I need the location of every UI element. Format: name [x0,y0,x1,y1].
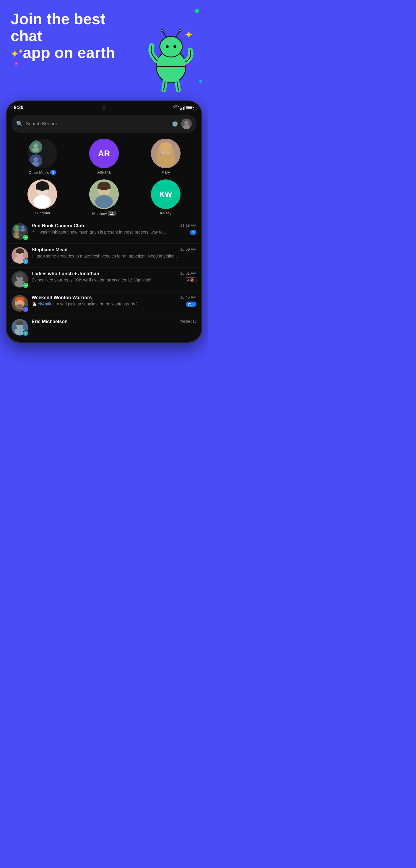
pinned-mary[interactable]: Mary [135,138,196,175]
svg-rect-45 [97,186,110,189]
pinned-adriana[interactable]: AR Adriana [73,138,135,175]
ladies-lunch-header: Ladies who Lunch + Jonathan 10:51 AM [32,271,196,276]
svg-point-38 [33,195,51,208]
ladies-lunch-preview: Esther liked your reply, "OK we'll cya t… [32,277,183,283]
mary-label: Mary [161,170,170,175]
svg-point-4 [161,29,163,32]
front-camera [102,105,106,110]
wifi-icon [173,105,179,110]
adriana-initials: AR [98,149,110,158]
red-hook-preview-text: I was think about how much grain is pres… [37,230,166,235]
wonton-time: 10:45 AM [180,295,196,300]
red-hook-name: Red Hook Camera Club [32,223,84,228]
svg-point-43 [95,195,113,208]
chat-item-eric[interactable]: i Eric Michaelson Yesterday [7,315,201,339]
ladies-lunch-time: 10:51 AM [180,271,196,276]
stephanie-preview: I'll grab some groceries to make fresh v… [32,254,178,258]
pinned-matthew[interactable]: Matthew 11 [73,180,135,216]
ladies-lunch-platform-icon: W [23,282,29,288]
kelsey-initials: KW [159,190,172,199]
red-hook-preview: ⟳ I was think about how much grain is pr… [32,229,188,235]
svg-rect-64 [16,251,24,253]
wonton-header: Weekend Wonton Warriors 10:45 AM [32,295,196,300]
search-placeholder: Search Beeper [26,121,169,127]
other-music-badge: 8 [50,170,56,175]
pinned-kelsey[interactable]: KW Kelsey [135,180,196,216]
eric-name: Eric Michaelson [32,319,68,324]
red-hook-content: Red Hook Camera Club 11:18 AM ⟳ I was th… [32,223,196,235]
other-music-avatar [28,138,57,168]
eric-header: Eric Michaelson Yesterday [32,319,196,324]
svg-point-52 [21,229,25,232]
hero-title-line2: app on earth [23,44,115,61]
stephanie-header: Stephanie Mead 10:59 AM [32,247,196,252]
adriana-avatar: AR [89,138,119,168]
stephanie-time: 10:59 AM [180,247,196,252]
settings-icon[interactable]: ⚙️ [172,121,178,127]
svg-point-7 [166,45,169,48]
status-time: 9:30 [14,105,23,110]
red-hook-header: Red Hook Camera Club 11:18 AM [32,223,196,228]
signal-icon [180,105,185,110]
wonton-content: Weekend Wonton Warriors 10:45 AM 🐔 @Aati… [32,295,196,307]
chat-item-stephanie[interactable]: ✈ Stephanie Mead 10:59 AM I'll grab some… [7,244,201,268]
matthew-avatar [89,180,119,209]
wonton-name: Weekend Wonton Warriors [32,295,92,300]
svg-line-3 [162,31,167,37]
pinned-contacts-row2: Sungmin Matthew 11 [7,176,201,217]
chat-item-red-hook[interactable]: +8 W Red Hook Camera Club 11:18 AM ⟳ [7,220,201,244]
user-avatar[interactable] [181,119,192,129]
svg-point-35 [159,142,172,153]
svg-point-18 [184,121,189,125]
red-hook-avatar-container: +8 W [11,223,28,240]
svg-line-5 [175,31,180,37]
ladies-lunch-badge: 4 🔕 [185,277,196,283]
hero-background: Join the best chat ✦ app on earth ✦ [0,0,208,100]
hero-bottom [0,343,208,361]
svg-point-22 [32,148,39,152]
wonton-preview: 🐔 @Aatik can you pick up supplies for th… [32,301,184,307]
svg-text:✦: ✦ [184,29,193,41]
svg-rect-85 [16,323,23,324]
svg-point-21 [33,144,38,148]
telegram-icon: ✈ [23,258,29,264]
chat-item-ladies-lunch[interactable]: W Ladies who Lunch + Jonathan 10:51 AM E… [7,268,201,291]
svg-point-6 [179,29,181,32]
svg-point-19 [183,124,190,129]
wonton-rest-text: can you pick up supplies for the wonton … [52,302,137,306]
whatsapp-icon: W [23,235,29,240]
svg-rect-15 [193,107,194,108]
eric-avatar-container: i [11,319,28,336]
chicken-emoji: 🐔 [32,302,38,306]
pinned-sungmin[interactable]: Sungmin [11,180,73,216]
hero-title-line1: Join the best chat [11,10,105,44]
ladies-lunch-name: Ladies who Lunch + Jonathan [32,271,99,276]
svg-point-48 [15,226,18,229]
sungmin-avatar [28,180,57,209]
svg-point-2 [160,36,182,57]
status-icons [173,105,194,110]
search-bar[interactable]: 🔍 Search Beeper ⚙️ [11,115,196,133]
sparkle-star: ✦ [18,47,24,56]
svg-rect-12 [183,107,184,110]
pinned-other-music[interactable]: Other Music 8 [11,138,73,175]
svg-rect-10 [180,108,181,110]
svg-point-70 [16,272,24,278]
search-icon: 🔍 [16,121,23,127]
eric-content: Eric Michaelson Yesterday [32,319,196,325]
svg-rect-13 [184,105,185,110]
stephanie-avatar-container: ✈ [11,247,28,264]
discord-icon: D [23,306,29,312]
chat-item-wonton[interactable]: D Weekend Wonton Warriors 10:45 AM 🐔 @Aa… [7,291,201,315]
eric-time: Yesterday [180,319,196,323]
stephanie-content: Stephanie Mead 10:59 AM I'll grab some g… [32,247,196,259]
imessage-icon: i [23,330,29,336]
ladies-lunch-preview-row: Esther liked your reply, "OK we'll cya t… [32,277,196,283]
svg-text:W: W [25,284,27,287]
svg-text:W: W [25,236,27,239]
stephanie-name: Stephanie Mead [32,247,68,252]
mention-text: @Aatik [38,302,51,306]
wonton-avatar-container: D [11,295,28,312]
ladies-lunch-content: Ladies who Lunch + Jonathan 10:51 AM Est… [32,271,196,283]
ladies-lunch-avatar-container: W [11,271,28,288]
